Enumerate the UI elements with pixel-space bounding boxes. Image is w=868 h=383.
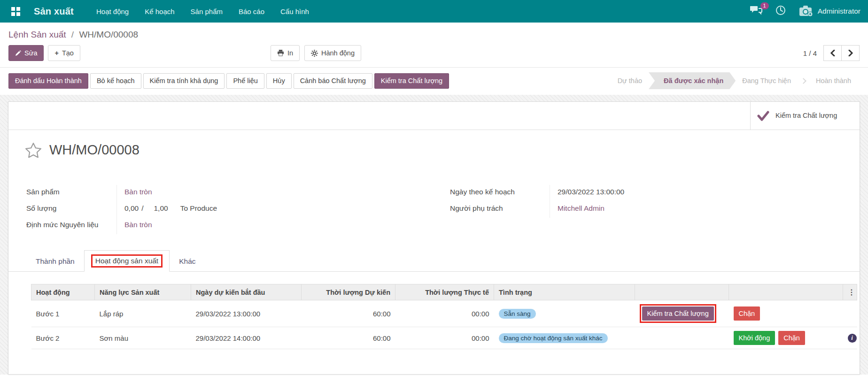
action-menu-button[interactable]: Hành động — [304, 45, 361, 61]
annotation-box: Kiểm tra Chất lượng — [640, 304, 716, 323]
chevron-right-icon — [848, 50, 853, 56]
breadcrumb-separator: / — [71, 30, 74, 39]
optional-columns-icon[interactable]: ⋮ — [848, 288, 855, 296]
check-icon — [757, 111, 769, 121]
row-block-button[interactable]: Chặn — [734, 306, 760, 321]
stat-button-label: Kiểm tra Chất lượng — [775, 111, 837, 121]
apps-menu-icon[interactable] — [8, 3, 23, 19]
info-icon[interactable]: i — [848, 334, 857, 343]
menu-reporting[interactable]: Báo cáo — [239, 8, 264, 15]
col-real-duration[interactable]: Thời lượng Thực tế — [395, 284, 494, 300]
edit-button[interactable]: Sửa — [8, 45, 44, 61]
form-sheet: Kiểm tra Chất lượng WH/MO/00008 Sản phẩm… — [8, 101, 860, 375]
table-header-row: Hoạt động Năng lực Sản xuất Ngày dự kiến… — [31, 284, 857, 300]
tab-misc[interactable]: Khác — [170, 252, 205, 271]
title-block: WH/MO/00008 — [8, 130, 860, 158]
qty-produced: 0,00 — [124, 204, 139, 212]
work-order-row-1[interactable]: Bước 1 Lắp ráp 29/03/2022 13:00:00 60:00… — [31, 300, 857, 327]
menu-configuration[interactable]: Cấu hình — [280, 8, 309, 15]
control-panel: Lệnh Sản xuất / WH/MO/00008 Sửa + Tạo In — [0, 23, 868, 95]
create-button[interactable]: + Tạo — [48, 45, 80, 61]
tab-work-orders[interactable]: Hoạt động sản xuất — [84, 250, 170, 272]
stat-button-row: Kiểm tra Chất lượng — [8, 102, 860, 130]
col-activity[interactable]: Hoạt động — [31, 284, 95, 300]
printer-icon — [277, 50, 284, 56]
pager-previous-button[interactable] — [823, 45, 842, 61]
breadcrumb: Lệnh Sản xuất / WH/MO/00008 — [0, 23, 868, 44]
edit-label: Sửa — [24, 49, 37, 57]
state-confirmed[interactable]: Đã được xác nhận — [649, 72, 736, 89]
col-buttons-2 — [729, 284, 843, 300]
activities-button[interactable] — [775, 5, 786, 17]
main-menu: Hoạt động Kế hoạch Sản phẩm Báo cáo Cấu … — [96, 8, 309, 15]
menu-planning[interactable]: Kế hoạch — [145, 8, 174, 15]
cell-start-date: 29/03/2022 13:00:00 — [191, 300, 302, 327]
product-link[interactable]: Bàn tròn — [124, 188, 152, 196]
header-buttons: Đánh dấu Hoàn thành Bỏ kế hoạch Kiểm tra… — [8, 73, 449, 89]
menu-operations[interactable]: Hoạt động — [96, 8, 129, 15]
field-groups: Sản phẩm Bàn tròn Số lượng 0,00/1,00To P… — [8, 158, 860, 234]
row-start-button[interactable]: Khởi động — [734, 331, 775, 345]
row-block-button[interactable]: Chặn — [778, 331, 805, 345]
create-label: Tạo — [62, 49, 74, 57]
col-workcenter[interactable]: Năng lực Sản xuất — [95, 284, 191, 300]
scheduled-date-value: 29/03/2022 13:00:00 — [550, 185, 831, 201]
top-navbar: Sản xuất Hoạt động Kế hoạch Sản phẩm Báo… — [0, 0, 868, 23]
status-badge: Sẵn sàng — [499, 309, 536, 319]
col-buttons-1 — [635, 284, 729, 300]
breadcrumb-parent-link[interactable]: Lệnh Sản xuất — [8, 30, 66, 39]
quality-check-stat-button[interactable]: Kiểm tra Chất lượng — [750, 102, 860, 130]
pager: 1 / 4 — [803, 45, 860, 61]
cell-activity: Bước 1 — [31, 300, 95, 327]
cell-start-date: 29/03/2022 14:00:00 — [191, 327, 302, 349]
mark-done-button[interactable]: Đánh dấu Hoàn thành — [8, 73, 88, 89]
cell-workcenter: Sơn màu — [95, 327, 191, 349]
scrap-button[interactable]: Phế liệu — [226, 73, 264, 89]
pencil-icon — [15, 50, 21, 56]
favorite-star-icon[interactable] — [25, 142, 41, 158]
quality-alert-button[interactable]: Cảnh báo Chất lượng — [294, 73, 372, 89]
statusbar-row: Đánh dấu Hoàn thành Bỏ kế hoạch Kiểm tra… — [0, 67, 868, 95]
cancel-button[interactable]: Hủy — [266, 73, 292, 89]
field-label: Số lượng — [26, 201, 116, 218]
cell-expected-duration: 60:00 — [302, 327, 395, 349]
navbar-right: 1 Administrator — [750, 5, 860, 17]
cell-expected-duration: 60:00 — [302, 300, 395, 327]
menu-products[interactable]: Sản phẩm — [191, 8, 223, 15]
gear-icon — [311, 50, 318, 57]
pager-next-button[interactable] — [841, 45, 860, 61]
field-label: Sản phẩm — [26, 185, 116, 201]
quality-check-button[interactable]: Kiểm tra Chất lượng — [374, 73, 449, 89]
app-title[interactable]: Sản xuất — [34, 6, 74, 17]
field-responsible: Người phụ trách Mitchell Admin — [450, 201, 831, 218]
cell-activity: Bước 2 — [31, 327, 95, 349]
col-expected-duration[interactable]: Thời lượng Dự kiến — [302, 284, 395, 300]
user-menu[interactable]: Administrator — [799, 5, 860, 17]
chevron-left-icon — [830, 50, 836, 56]
bom-link[interactable]: Bàn tròn — [124, 221, 152, 229]
status-badge: Đang chờ hoạt động sản xuất khác — [499, 333, 608, 343]
state-draft[interactable]: Dự thảo — [611, 73, 649, 89]
responsible-link[interactable]: Mitchell Admin — [558, 204, 604, 212]
left-field-group: Sản phẩm Bàn tròn Số lượng 0,00/1,00To P… — [26, 185, 408, 234]
state-done[interactable]: Hoàn thành — [809, 73, 858, 89]
plus-icon: + — [54, 49, 58, 57]
qty-suffix: To Produce — [180, 204, 217, 212]
avatar-placeholder-icon — [799, 5, 813, 17]
messages-button[interactable]: 1 — [750, 6, 762, 17]
field-label: Người phụ trách — [450, 201, 550, 218]
print-button[interactable]: In — [271, 45, 300, 61]
tab-components[interactable]: Thành phần — [26, 252, 84, 271]
clock-icon — [775, 5, 786, 15]
unplan-button[interactable]: Bỏ kế hoạch — [90, 73, 141, 89]
field-product: Sản phẩm Bàn tròn — [26, 185, 408, 201]
cell-real-duration: 00:00 — [395, 300, 494, 327]
pager-counter: 1 / 4 — [803, 49, 817, 57]
col-status[interactable]: Tình trạng — [494, 284, 635, 300]
check-availability-button[interactable]: Kiểm tra tính khả dụng — [143, 73, 225, 89]
row-quality-check-button[interactable]: Kiểm tra Chất lượng — [642, 306, 714, 321]
state-progress[interactable]: Đang Thực hiện — [736, 73, 798, 89]
col-start-date[interactable]: Ngày dự kiến bắt đầu — [191, 284, 302, 300]
user-name: Administrator — [818, 7, 860, 15]
work-order-row-2[interactable]: Bước 2 Sơn màu 29/03/2022 14:00:00 60:00… — [31, 327, 857, 349]
